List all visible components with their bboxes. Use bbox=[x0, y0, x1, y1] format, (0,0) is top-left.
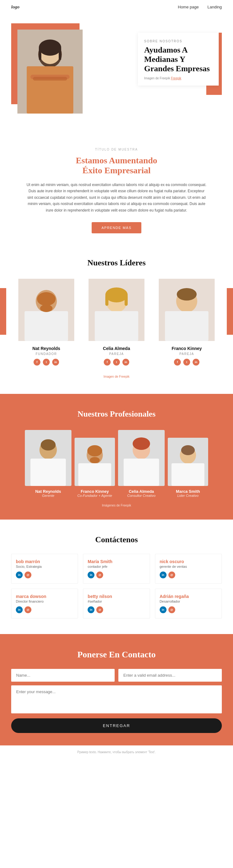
prof-photo-4 bbox=[168, 438, 208, 486]
email-icon-3[interactable]: @ bbox=[168, 571, 175, 578]
facebook-icon-2[interactable]: f bbox=[104, 359, 110, 366]
profesionales-section: Nuestros Profesionales Nat Reynolds Gere… bbox=[0, 394, 233, 520]
svg-rect-17 bbox=[95, 311, 138, 341]
profesionales-heading: Nuestros Profesionales bbox=[11, 409, 222, 419]
email-input[interactable] bbox=[119, 669, 222, 682]
svg-point-16 bbox=[105, 287, 128, 302]
lider-name-1: Nat Reynolds bbox=[32, 346, 60, 351]
email-icon-1[interactable]: @ bbox=[25, 571, 31, 578]
aprende-mas-button[interactable]: APRENDE MÁS bbox=[92, 222, 142, 233]
facebook-icon[interactable]: f bbox=[34, 359, 40, 366]
linkedin-icon-6[interactable]: in bbox=[160, 607, 167, 613]
linkedin-icon-4[interactable]: in bbox=[16, 607, 23, 613]
prof-photo-1 bbox=[25, 430, 71, 486]
hero-section: SOBRE NOSOTROS Ayudamos A Medianas Y Gra… bbox=[0, 14, 233, 132]
lider-role-3: PAREJA bbox=[179, 352, 194, 355]
svg-point-35 bbox=[133, 437, 150, 450]
name-input[interactable] bbox=[11, 669, 114, 682]
svg-rect-40 bbox=[171, 463, 204, 486]
contact-role-3: gerente de ventas bbox=[160, 565, 217, 568]
lider-social-2: f t in bbox=[104, 359, 129, 366]
svg-rect-2 bbox=[27, 66, 73, 114]
contact-name-5: betty nilson bbox=[88, 594, 145, 599]
prof-name-1: Nat Reynolds bbox=[35, 489, 61, 494]
linkedin-icon-2[interactable]: in bbox=[88, 571, 94, 578]
lider-photo-3 bbox=[159, 279, 215, 341]
contact-form-section: Ponerse En Contacto ENTREGAR bbox=[0, 634, 233, 745]
prof-photo-3 bbox=[118, 430, 165, 486]
footer-text: Pример texto. Нажмите, чтобы выбрать эле… bbox=[11, 750, 222, 754]
hero-title: Ayudamos A Medianas Y Grandes Empresas bbox=[144, 45, 212, 73]
profesionales-grid: Nat Reynolds Gerente Franco Kinney Co-Fu… bbox=[11, 430, 222, 497]
lider-photo-1 bbox=[18, 279, 74, 341]
hero-inner: SOBRE NOSOTROS Ayudamos A Medianas Y Gra… bbox=[11, 23, 222, 117]
contact-name-3: nick oscuro bbox=[160, 559, 217, 564]
contact-card-2: María Smith contador jefe in @ bbox=[83, 554, 150, 584]
contact-role-6: Desarrollador bbox=[160, 599, 217, 603]
nav-home[interactable]: Home page bbox=[178, 5, 199, 9]
twitter-icon[interactable]: t bbox=[43, 359, 50, 366]
footer: Pример texto. Нажмите, чтобы выбрать эле… bbox=[0, 745, 233, 759]
prof-role-2: Co-Fundador + Agente bbox=[77, 494, 112, 497]
contact-icons-4: in @ bbox=[16, 607, 73, 613]
hero-sobre: SOBRE NOSOTROS bbox=[144, 39, 212, 43]
prof-name-2: Franco Kinney bbox=[81, 489, 109, 494]
email-icon-5[interactable]: @ bbox=[96, 607, 103, 613]
message-textarea[interactable] bbox=[11, 685, 222, 713]
submit-button[interactable]: ENTREGAR bbox=[11, 718, 222, 733]
contact-role-2: contador jefe bbox=[88, 565, 145, 568]
lideres-credit: Imagen de Freepik bbox=[11, 375, 222, 378]
lider-social-1: f t in bbox=[34, 359, 59, 366]
freepik-link[interactable]: Freepik bbox=[171, 76, 181, 80]
twitter-icon-2[interactable]: t bbox=[113, 359, 120, 366]
svg-rect-23 bbox=[165, 311, 208, 341]
contact-card-6: Adrián regaña Desarrollador in @ bbox=[155, 589, 222, 619]
prof-role-3: Consultor Creativo bbox=[127, 494, 155, 497]
svg-rect-27 bbox=[30, 459, 66, 486]
contact-role-4: Director financiero bbox=[16, 599, 73, 603]
svg-point-22 bbox=[177, 288, 197, 301]
email-icon-4[interactable]: @ bbox=[25, 607, 31, 613]
linkedin-icon-1[interactable]: in bbox=[16, 571, 23, 578]
lider-card-3: Franco Kinney PAREJA f t in bbox=[152, 279, 222, 372]
email-icon-2[interactable]: @ bbox=[96, 571, 103, 578]
sample-body: Ut enim ad minim veniam, quis nostrud ex… bbox=[26, 182, 207, 213]
contactenos-section: Contáctenos bob marrón Socio, Estrategia… bbox=[0, 520, 233, 634]
prof-card-3: Celia Almeda Consultor Creativo bbox=[118, 430, 165, 497]
svg-point-31 bbox=[90, 457, 100, 463]
svg-point-11 bbox=[37, 292, 56, 306]
instagram-icon-3[interactable]: in bbox=[193, 359, 199, 366]
instagram-icon[interactable]: in bbox=[52, 359, 59, 366]
linkedin-icon-3[interactable]: in bbox=[160, 571, 167, 578]
hero-credit: Imagen de Freepik Freepik bbox=[144, 76, 212, 80]
prof-card-4: Marca Smith Lider Creativo bbox=[168, 438, 208, 497]
contact-icons-5: in @ bbox=[88, 607, 145, 613]
contact-icons-2: in @ bbox=[88, 571, 145, 578]
svg-rect-32 bbox=[78, 463, 111, 486]
svg-point-13 bbox=[40, 305, 53, 312]
lider-card: Nat Reynolds FUNDADOR f t in bbox=[11, 279, 81, 372]
form-message-row bbox=[11, 685, 222, 713]
contact-card-3: nick oscuro gerente de ventas in @ bbox=[155, 554, 222, 584]
lider-role-2: PAREJA bbox=[109, 352, 124, 355]
nav-links: Home page Landing bbox=[178, 5, 222, 9]
prof-card-1: Nat Reynolds Gerente bbox=[25, 430, 71, 497]
nav-landing[interactable]: Landing bbox=[207, 5, 222, 9]
contact-name-6: Adrián regaña bbox=[160, 594, 217, 599]
svg-rect-18 bbox=[105, 295, 108, 306]
prof-photo-2 bbox=[74, 438, 115, 486]
svg-point-26 bbox=[41, 439, 56, 451]
svg-rect-6 bbox=[59, 48, 61, 60]
lider-name-2: Celia Almeda bbox=[103, 346, 130, 351]
contact-icons-6: in @ bbox=[160, 607, 217, 613]
lideres-wrapper: Nat Reynolds FUNDADOR f t in bbox=[11, 279, 222, 372]
lider-card-2: Celia Almeda PAREJA f t in bbox=[81, 279, 152, 372]
contact-name-4: marca dowson bbox=[16, 594, 73, 599]
lideres-grid: Nat Reynolds FUNDADOR f t in bbox=[11, 279, 222, 372]
twitter-icon-3[interactable]: t bbox=[183, 359, 190, 366]
facebook-icon-3[interactable]: f bbox=[174, 359, 181, 366]
linkedin-icon-5[interactable]: in bbox=[88, 607, 94, 613]
instagram-icon-2[interactable]: in bbox=[123, 359, 129, 366]
contact-role-5: #señador bbox=[88, 599, 145, 603]
email-icon-6[interactable]: @ bbox=[168, 607, 175, 613]
